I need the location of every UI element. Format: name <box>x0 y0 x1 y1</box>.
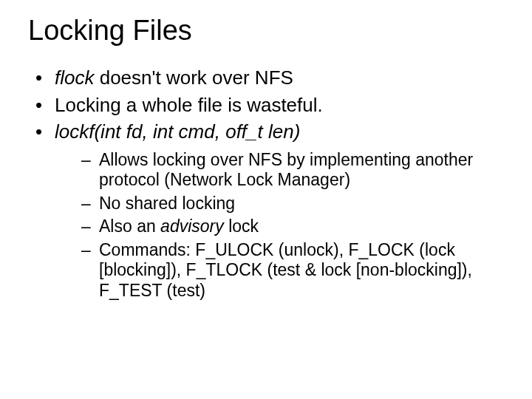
slide-title: Locking Files <box>28 15 517 47</box>
bullet-item: Locking a whole file is wasteful. <box>35 93 517 117</box>
bullet-text: doesn't work over NFS <box>94 66 293 89</box>
advisory-text: advisory <box>160 216 224 236</box>
nlm-text: Network Lock Manager <box>170 170 345 189</box>
sub-text: ) <box>344 170 350 189</box>
sub-text: Commands: F_ULOCK <box>99 240 279 259</box>
sub-bullet-list: Allows locking over NFS by implementing … <box>55 150 517 301</box>
bullet-text: Locking a whole file is wasteful. <box>55 94 323 116</box>
sub-bullet-item: Allows locking over NFS by implementing … <box>81 150 511 191</box>
sub-text: Also an <box>99 216 160 236</box>
code-flock: flock <box>55 66 94 89</box>
cmd-test: (test) <box>167 281 205 300</box>
cmd-unlock: (unlock) <box>279 240 339 259</box>
sub-text: No shared locking <box>99 194 235 213</box>
code-lockf: lockf(int fd, int cmd, off_t len) <box>55 120 300 143</box>
sub-bullet-item: Commands: F_ULOCK (unlock), F_LOCK (lock… <box>81 240 511 301</box>
sub-bullet-item: Also an advisory lock <box>81 216 511 237</box>
slide: Locking Files flock doesn't work over NF… <box>0 0 532 399</box>
bullet-list: flock doesn't work over NFS Locking a wh… <box>28 66 517 301</box>
sub-text: , F_TLOCK <box>177 260 267 279</box>
sub-bullet-item: No shared locking <box>81 194 511 214</box>
sub-text: , F_LOCK <box>339 240 420 259</box>
sub-text: lock <box>224 216 259 236</box>
cmd-test-lock: (test & lock [non-blocking]) <box>267 260 468 279</box>
bullet-item: flock doesn't work over NFS <box>35 66 517 90</box>
bullet-item: lockf(int fd, int cmd, off_t len) Allows… <box>35 120 517 301</box>
